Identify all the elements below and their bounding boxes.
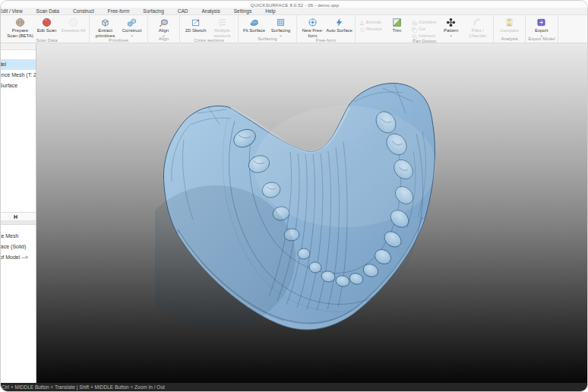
ribbon-group-align: Align⌄Align (148, 15, 180, 43)
intersect-button: Intersect (412, 32, 436, 39)
ribbon-group-label: Analysis (496, 36, 523, 43)
tree-item-end-of-model[interactable]: End of Model --> (1, 252, 36, 263)
ribbon-group-label: Primitives (92, 38, 145, 43)
auto-surface-button[interactable]: Auto Surface (326, 16, 352, 33)
tree-item-label: Reference Mesh (T: 2 345 678) (1, 70, 36, 81)
menu-item-analysis[interactable]: Analysis (195, 8, 227, 14)
edit-scan-button[interactable]: Edit Scan (33, 16, 60, 33)
ribbon-button-stack: ExtrudeRevolve (358, 16, 384, 32)
chevron-down-icon[interactable]: ⌄ (539, 33, 543, 36)
extrude-button: Extrude (359, 18, 382, 25)
button-label: Trim (393, 28, 402, 33)
trim-button[interactable]: Trim (384, 16, 410, 33)
menu-item-help[interactable]: Help (258, 8, 282, 14)
tree-item-label: Surface (1, 81, 17, 91)
align-icon (159, 17, 169, 28)
menu-item-construct[interactable]: Construct (66, 8, 101, 14)
left-sidebar: ModelReference Mesh (T: 2 345 678)Surfac… (1, 43, 36, 384)
deselect-all-icon (68, 17, 78, 28)
tree-item-label: End of Model --> (1, 252, 28, 263)
ribbon-group-label: Export Model (528, 36, 555, 43)
2d-sketch-icon (191, 17, 201, 28)
ribbon-group-surfacing: Fit SurfaceSurfacing⌄Surfacing (239, 15, 297, 43)
ribbon-group-analysis: CompareAnalysis (494, 15, 526, 43)
ribbon-group-label: Surfacing (241, 36, 294, 43)
prepare-scan-beta-button[interactable]: Prepare Scan (BETA) (7, 16, 33, 38)
button-label: Deselect All (62, 28, 85, 33)
ribbon-group-label: Cross sections (182, 38, 236, 43)
ribbon-group-label: Free-form (299, 38, 352, 43)
multiple-sections-button: Multiple sections (209, 16, 236, 38)
ribbon-group-cross-sections: 2D SketchMultiple sectionsCross sections (180, 15, 239, 43)
fillet-chamfer-button: Fillet / Chamfer (464, 16, 491, 38)
button-label: New Free-form (299, 28, 326, 38)
status-hint-text: MIDDLE Button = Rotate | Ctrl + MIDDLE B… (1, 384, 165, 390)
align-button[interactable]: Align⌄ (150, 16, 177, 36)
button-label: 2D Sketch (185, 28, 207, 33)
button-label: Cut (419, 27, 425, 31)
construct-button[interactable]: Construct⌄ (119, 16, 145, 36)
surfacing-button[interactable]: Surfacing⌄ (267, 16, 294, 36)
button-label: Fit Surface (243, 28, 265, 33)
menu-item-free-form[interactable]: Free-form (101, 8, 137, 14)
edit-scan-icon (42, 17, 52, 28)
2d-sketch-button[interactable]: 2D Sketch (182, 16, 209, 33)
history-tree: Reference MeshSurface (Solid)End of Mode… (1, 225, 36, 263)
pattern-button[interactable]: Pattern⌄ (438, 16, 464, 36)
button-label: Intersect (419, 33, 435, 38)
prepare-scan-icon (15, 17, 25, 28)
ribbon-button-stack: CombineCutIntersect (410, 16, 438, 39)
tree-item-label: Surface (Solid) (1, 242, 26, 252)
tree-item-model[interactable]: Model (1, 59, 36, 70)
chevron-down-icon[interactable]: ⌄ (162, 33, 166, 36)
compare-button: Compare (496, 16, 523, 33)
fit-surface-button[interactable]: Fit Surface (241, 16, 267, 33)
compare-icon (504, 17, 514, 28)
menu-item-surfacing[interactable]: Surfacing (136, 8, 170, 14)
ribbon-group-items: Prepare Scan (BETA)Edit ScanDeselect All (7, 16, 87, 38)
ribbon-group-items: Fit SurfaceSurfacing⌄ (241, 16, 294, 36)
title-bar: QUICKSURFACE 8.0.52 - 06 - demo.qsp (1, 1, 588, 8)
pattern-icon (446, 17, 456, 28)
dental-scan-mesh[interactable] (155, 79, 451, 341)
tree-item-surface[interactable]: Surface (1, 81, 36, 91)
object-tree-header (1, 43, 36, 50)
extract-primitives-button[interactable]: Extract primitives (92, 16, 119, 38)
multiple-sections-icon (217, 17, 227, 28)
trim-icon (392, 17, 402, 28)
tree-item-reference-mesh[interactable]: Reference Mesh (1, 231, 36, 242)
tree-item-reference-mesh-t-2-345-678[interactable]: Reference Mesh (T: 2 345 678) (1, 70, 36, 81)
ribbon-group-free-form: New Free-formAuto SurfaceFree-form (297, 15, 356, 43)
ribbon-group-primitives: Extract primitivesConstruct⌄Primitives (90, 15, 148, 43)
auto-surface-icon (334, 17, 344, 28)
menu-strip: Edit / ViewScan DataConstructFree-formSu… (1, 8, 283, 14)
tree-item-surface-solid[interactable]: Surface (Solid) (1, 242, 36, 252)
button-label: Extract primitives (92, 28, 119, 38)
status-bar: MIDDLE Button = Rotate | Ctrl + MIDDLE B… (1, 383, 588, 391)
new-free-form-button[interactable]: New Free-form (299, 16, 326, 38)
extract-primitives-icon (100, 17, 110, 28)
cut-button: Cut (412, 25, 436, 32)
chevron-down-icon[interactable]: ⌄ (279, 33, 283, 36)
ribbon-group-label: Align (150, 36, 177, 43)
history-panel-header[interactable]: H (1, 212, 36, 221)
fit-surface-icon (249, 17, 259, 28)
construct-icon (127, 17, 137, 28)
ribbon-group-items: Export⌄ (528, 16, 555, 36)
ribbon-group-items: ExtrudeRevolveTrimCombineCutIntersectPat… (358, 16, 491, 39)
menu-item-settings[interactable]: Settings (227, 8, 259, 14)
ribbon-group-export-model: Export⌄Export Model (526, 15, 558, 43)
ribbon-group-items: Compare (496, 16, 523, 36)
ribbon-group-items: 2D SketchMultiple sections (182, 16, 236, 38)
chevron-down-icon[interactable]: ⌄ (130, 33, 134, 36)
3d-viewport[interactable] (36, 43, 588, 384)
menu-item-edit-view[interactable]: Edit / View (1, 8, 30, 14)
menu-item-scan-data[interactable]: Scan Data (30, 8, 66, 14)
deselect-all-button: Deselect All (60, 16, 87, 33)
menu-item-cad[interactable]: CAD (171, 8, 195, 14)
chevron-down-icon[interactable]: ⌄ (449, 33, 453, 36)
ribbon-group-items: Align⌄ (150, 16, 177, 36)
button-label: Prepare Scan (BETA) (7, 28, 33, 38)
button-label: Auto Surface (326, 28, 352, 33)
export-button[interactable]: Export⌄ (528, 16, 555, 36)
